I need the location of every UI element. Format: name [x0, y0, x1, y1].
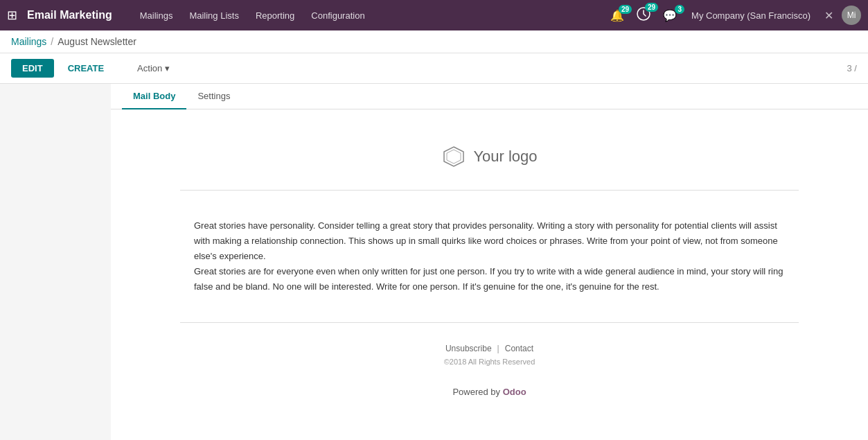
- footer-copyright: ©2018 All Rights Reserved: [139, 358, 840, 380]
- grid-icon[interactable]: ⊞: [7, 8, 17, 23]
- body-text: Great stories have personality. Consider…: [139, 197, 840, 315]
- activity-badge: 29: [645, 3, 658, 12]
- activity-icon[interactable]: 29: [633, 6, 654, 25]
- action-bar: EDIT CREATE Action ▾ 3 /: [0, 53, 868, 84]
- page-count: 3 /: [847, 63, 857, 73]
- notification-bell[interactable]: 🔔 29: [607, 8, 628, 24]
- action-dropdown[interactable]: Action ▾: [132, 59, 175, 78]
- logo-icon: [441, 144, 466, 169]
- main-content: Mail Body Settings Your logo Great stori…: [0, 84, 868, 440]
- form-container: Mail Body Settings Your logo Great stori…: [111, 84, 868, 440]
- nav-mailing-lists[interactable]: Mailing Lists: [182, 8, 246, 24]
- tabs-bar: Mail Body Settings: [111, 84, 868, 109]
- navbar-right: 🔔 29 29 💬 3 My Company (San Francisco) ✕…: [607, 6, 861, 25]
- chevron-down-icon: ▾: [165, 63, 170, 73]
- breadcrumb-parent[interactable]: Mailings: [11, 36, 46, 47]
- footer-divider: [180, 322, 799, 323]
- footer-separator: |: [497, 344, 499, 353]
- footer-links: Unsubscribe | Contact: [139, 330, 840, 358]
- company-selector[interactable]: My Company (San Francisco): [686, 8, 816, 24]
- nav-configuration[interactable]: Configuration: [304, 8, 371, 24]
- breadcrumb: Mailings / August Newsletter: [0, 30, 868, 53]
- close-button[interactable]: ✕: [822, 6, 836, 25]
- logo-divider: [180, 190, 799, 191]
- breadcrumb-current: August Newsletter: [57, 36, 136, 47]
- chat-icon[interactable]: 💬 3: [659, 8, 680, 24]
- logo-section: Your logo: [139, 123, 840, 183]
- powered-by-label: Powered by: [452, 387, 500, 397]
- contact-link[interactable]: Contact: [505, 344, 533, 353]
- main-nav: Mailings Mailing Lists Reporting Configu…: [133, 8, 600, 24]
- powered-by-brand[interactable]: Odoo: [503, 387, 526, 397]
- body-paragraph: Great stories have personality. Consider…: [194, 218, 785, 294]
- navbar: ⊞ Email Marketing Mailings Mailing Lists…: [0, 0, 868, 30]
- logo-text: Your logo: [473, 148, 537, 166]
- avatar[interactable]: Mi: [842, 6, 861, 25]
- powered-by: Powered by Odoo: [139, 380, 840, 418]
- nav-reporting[interactable]: Reporting: [249, 8, 301, 24]
- edit-button[interactable]: EDIT: [11, 59, 54, 78]
- app-title: Email Marketing: [27, 9, 112, 21]
- unsubscribe-link[interactable]: Unsubscribe: [445, 344, 492, 353]
- email-preview: Your logo Great stories have personality…: [111, 109, 868, 440]
- tab-mail-body[interactable]: Mail Body: [122, 84, 186, 109]
- nav-mailings[interactable]: Mailings: [133, 8, 180, 24]
- tab-settings[interactable]: Settings: [186, 84, 241, 109]
- left-sidebar: [0, 84, 55, 440]
- create-button[interactable]: CREATE: [60, 59, 112, 78]
- notification-badge: 29: [619, 5, 632, 14]
- breadcrumb-separator: /: [51, 36, 53, 47]
- chat-badge: 3: [675, 5, 684, 14]
